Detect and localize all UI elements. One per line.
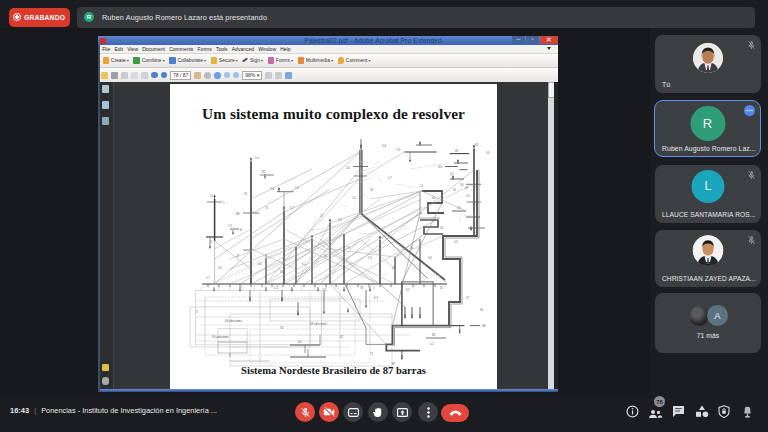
svg-text:4.8: 4.8 [428, 256, 432, 260]
svg-text:10: 10 [486, 151, 490, 155]
svg-text:14: 14 [346, 166, 350, 170]
svg-text:3: 3 [210, 240, 212, 244]
svg-text:3.5: 3.5 [406, 288, 410, 292]
svg-text:65: 65 [298, 340, 302, 344]
svg-text:18: 18 [440, 226, 443, 230]
svg-text:3.6: 3.6 [218, 266, 222, 270]
svg-text:48: 48 [482, 324, 486, 328]
svg-text:5.0: 5.0 [255, 156, 259, 160]
svg-text:2.2: 2.2 [274, 286, 278, 290]
svg-text:6.2: 6.2 [302, 262, 306, 266]
svg-text:64 subsistema: 64 subsistema [225, 319, 242, 323]
svg-text:40: 40 [453, 188, 456, 192]
svg-text:63 sudsistema: 63 sudsistema [212, 335, 229, 339]
svg-text:7.4: 7.4 [295, 186, 299, 190]
svg-text:28: 28 [370, 188, 373, 192]
svg-text:14: 14 [420, 184, 423, 188]
svg-text:45: 45 [440, 286, 443, 290]
svg-text:4.7: 4.7 [388, 176, 392, 180]
svg-text:4.0: 4.0 [438, 165, 443, 169]
svg-text:82: 82 [262, 170, 266, 174]
svg-text:45: 45 [455, 149, 459, 153]
svg-text:5: 5 [196, 310, 198, 314]
svg-text:47: 47 [466, 296, 469, 300]
svg-text:2.6: 2.6 [466, 194, 470, 198]
svg-text:4.2: 4.2 [430, 342, 434, 346]
svg-text:1: 1 [223, 201, 225, 205]
svg-text:76: 76 [280, 326, 284, 330]
svg-text:8: 8 [240, 228, 242, 232]
svg-text:5.7: 5.7 [290, 206, 294, 210]
svg-text:46: 46 [480, 308, 483, 312]
svg-text:7.3: 7.3 [228, 224, 232, 228]
svg-text:16: 16 [460, 183, 464, 187]
svg-text:2.8: 2.8 [474, 232, 478, 236]
svg-text:5.6: 5.6 [382, 144, 387, 148]
svg-text:61: 61 [475, 143, 479, 147]
svg-text:0.4: 0.4 [258, 262, 262, 266]
svg-text:1.6: 1.6 [352, 196, 356, 200]
svg-text:74: 74 [265, 206, 268, 210]
svg-text:68: 68 [465, 186, 468, 190]
svg-text:82: 82 [432, 333, 436, 337]
svg-text:3.3: 3.3 [368, 256, 372, 260]
svg-text:4.9: 4.9 [454, 240, 458, 244]
svg-text:73: 73 [370, 352, 373, 356]
svg-text:10: 10 [210, 194, 213, 198]
svg-text:79: 79 [360, 286, 363, 290]
svg-text:4.7: 4.7 [206, 276, 210, 280]
svg-text:68 subsistema: 68 subsistema [310, 322, 327, 326]
svg-text:8.3: 8.3 [374, 296, 378, 300]
svg-text:88: 88 [236, 212, 240, 216]
svg-text:58: 58 [244, 192, 247, 196]
svg-text:4.5: 4.5 [450, 172, 454, 176]
svg-text:7.0: 7.0 [396, 148, 401, 152]
svg-text:62: 62 [340, 335, 344, 339]
svg-text:7.9: 7.9 [346, 246, 350, 250]
